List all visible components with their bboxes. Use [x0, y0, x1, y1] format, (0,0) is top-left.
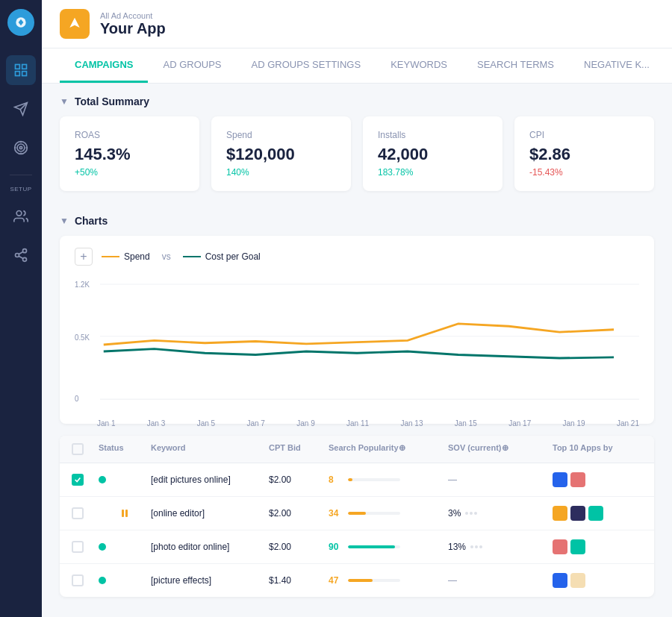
sidebar-item-send[interactable] — [6, 94, 36, 124]
row1-checkbox[interactable] — [72, 474, 84, 486]
svg-rect-4 — [16, 72, 20, 76]
chart-legend: Spend vs Cost per Goal — [102, 251, 261, 262]
header-checkbox[interactable] — [72, 443, 84, 455]
row1-app2 — [570, 472, 585, 487]
x-label-4: Jan 7 — [246, 419, 264, 427]
row2-checkbox[interactable] — [72, 507, 84, 519]
tab-ad-groups-settings[interactable]: AD GROUPS SETTINGS — [237, 48, 376, 83]
sidebar: SETUP — [0, 0, 42, 617]
row4-pop-track — [348, 579, 400, 582]
sidebar-item-network[interactable] — [6, 240, 36, 270]
card-spend-value: $120,000 — [226, 145, 336, 164]
x-label-1: Jan 1 — [97, 419, 115, 427]
summary-cards: ROAS 145.3% +50% Spend $120,000 140% Ins… — [42, 116, 672, 203]
card-roas: ROAS 145.3% +50% — [60, 116, 199, 191]
row2-pop-fill — [348, 512, 366, 515]
row4-sov-value: — — [448, 575, 457, 586]
col-sov-header: SOV (current)⊕ — [448, 443, 553, 455]
table-row: [edit pictures online] $2.00 8 — — [60, 463, 654, 497]
card-spend-label: Spend — [226, 130, 336, 140]
row4-sov: — — [448, 575, 553, 586]
row4-checkbox-cell — [72, 574, 99, 586]
row1-app1 — [553, 472, 567, 487]
col-popularity-header: Search Popularity⊕ — [329, 443, 448, 455]
content-area: ▼ Total Summary ROAS 145.3% +50% Spend $… — [42, 84, 672, 617]
keywords-table: Status Keyword CPT Bid Search Popularity… — [60, 436, 654, 597]
svg-point-16 — [16, 254, 19, 257]
svg-text:0.5K: 0.5K — [75, 333, 90, 342]
card-cpi-value: $2.86 — [529, 145, 639, 164]
row4-app2 — [570, 573, 585, 588]
x-label-8: Jan 15 — [455, 419, 477, 427]
row2-keyword: [online editor] — [151, 508, 269, 519]
tab-search-terms[interactable]: SEARCH TERMS — [462, 48, 569, 83]
tab-campaigns[interactable]: CAMPAIGNS — [60, 48, 148, 83]
logo[interactable] — [7, 9, 34, 36]
svg-point-9 — [19, 146, 22, 148]
svg-text:1.2K: 1.2K — [75, 280, 90, 289]
row1-pop-fill — [348, 478, 352, 481]
row4-checkbox[interactable] — [72, 574, 84, 586]
x-label-7: Jan 13 — [400, 419, 423, 427]
row1-cpt-bid: $2.00 — [269, 475, 329, 485]
card-installs-change: 183.78% — [378, 167, 488, 178]
tab-negative-k[interactable]: NEGATIVE K... — [569, 48, 665, 83]
row2-top-apps — [553, 506, 642, 521]
add-chart-button[interactable]: + — [75, 248, 93, 266]
x-label-9: Jan 17 — [508, 419, 531, 427]
row2-cpt-bid: $2.00 — [269, 508, 329, 519]
row1-pop-value: 8 — [329, 475, 343, 485]
row1-keyword: [edit pictures online] — [151, 475, 269, 485]
row4-pop-value: 47 — [329, 575, 343, 586]
svg-text:0: 0 — [75, 394, 79, 404]
row3-sov-value: 13% — [448, 542, 466, 552]
row4-app1 — [553, 573, 567, 588]
row1-status-dot — [99, 476, 106, 483]
row3-status-dot — [99, 543, 106, 551]
x-label-3: Jan 5 — [197, 419, 215, 427]
main-content: All Ad Account Your App CAMPAIGNS AD GRO… — [42, 0, 672, 617]
sidebar-item-users[interactable] — [6, 201, 36, 231]
charts-title: Charts — [75, 215, 108, 227]
cpg-line-indicator — [183, 256, 201, 257]
legend-cpg: Cost per Goal — [183, 251, 261, 262]
row1-checkbox-cell — [72, 474, 99, 486]
account-name: All Ad Account — [100, 11, 166, 20]
tab-keywords[interactable]: KEYWORDS — [376, 48, 462, 83]
sidebar-item-dashboard[interactable] — [6, 55, 36, 85]
svg-point-17 — [23, 257, 27, 261]
spend-legend-label: Spend — [124, 251, 150, 262]
row1-popularity: 8 — [329, 475, 448, 485]
tab-ad-groups[interactable]: AD GROUPS — [148, 48, 236, 83]
charts-section-header: ▼ Charts — [42, 203, 672, 236]
nav-tabs: CAMPAIGNS AD GROUPS AD GROUPS SETTINGS K… — [42, 48, 672, 84]
charts-chevron-icon: ▼ — [60, 216, 69, 226]
row4-popularity: 47 — [329, 575, 448, 586]
cpg-legend-label: Cost per Goal — [205, 251, 261, 262]
row2-pop-value: 34 — [329, 508, 343, 519]
row3-top-apps — [553, 539, 642, 554]
row2-sov: 3% — [448, 508, 553, 519]
row4-keyword: [picture effects] — [151, 575, 269, 586]
row2-sov-dots — [465, 512, 477, 515]
row3-keyword: [photo editor online] — [151, 542, 269, 552]
col-status-header: Status — [99, 443, 151, 455]
sidebar-item-targeting[interactable] — [6, 133, 36, 163]
row3-sov: 13% — [448, 542, 553, 552]
app-name: Your App — [100, 20, 166, 37]
row2-app3 — [588, 506, 603, 521]
spend-line-indicator — [102, 256, 119, 257]
chart-svg: 1.2K 0.5K 0 — [75, 278, 639, 412]
row2-popularity: 34 — [329, 508, 448, 519]
row2-sov-value: 3% — [448, 508, 461, 519]
charts-card: + Spend vs Cost per Goal 1.2K — [60, 236, 654, 424]
svg-rect-3 — [22, 72, 27, 76]
row3-app1 — [553, 539, 567, 554]
svg-point-14 — [16, 211, 22, 216]
pause-bar-2 — [125, 510, 128, 517]
row3-checkbox[interactable] — [72, 541, 84, 553]
col-keyword-header: Keyword — [151, 443, 269, 455]
col-cpt-header: CPT Bid — [269, 443, 329, 455]
sidebar-divider — [10, 175, 32, 175]
card-roas-value: 145.3% — [75, 145, 184, 164]
